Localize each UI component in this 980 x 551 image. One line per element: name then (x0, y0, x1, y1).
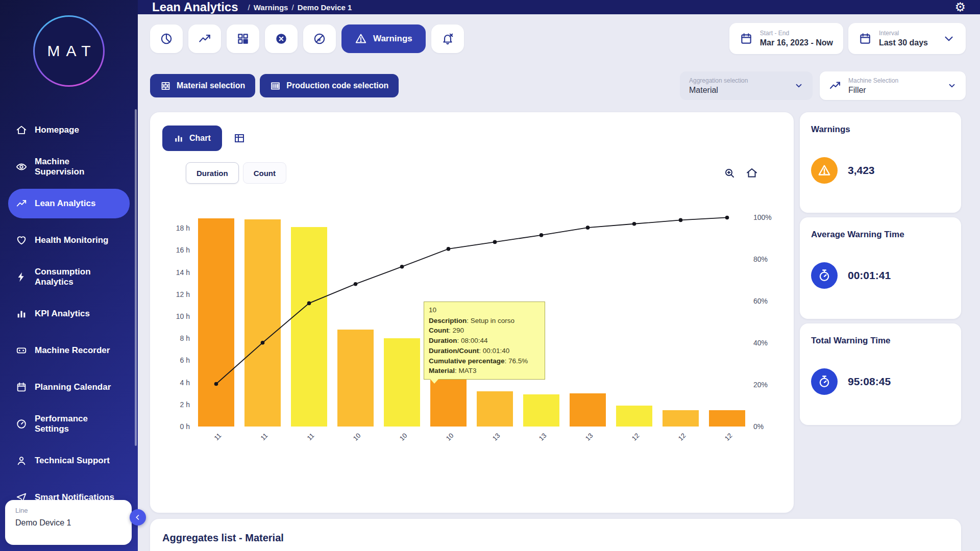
bolt-icon (15, 271, 28, 283)
sidebar-collapse-button[interactable] (130, 509, 146, 525)
reset-home-icon[interactable] (746, 167, 758, 179)
table-view-button[interactable] (233, 132, 246, 144)
breadcrumb-device[interactable]: Demo Device 1 (298, 3, 352, 12)
machine-selection-dropdown[interactable]: Machine Selection Filler (820, 71, 966, 100)
sidebar-item-technical-support[interactable]: Technical Support (8, 446, 130, 475)
sidebar-scrollbar[interactable] (135, 109, 137, 446)
bell-x-icon (441, 32, 454, 45)
x-tick-label: 13 (521, 432, 548, 459)
chart-card-header: Chart (162, 126, 781, 151)
date-range-picker[interactable]: Start - End Mar 16, 2023 - Now (729, 23, 843, 54)
material-selection-button[interactable]: Material selection (150, 74, 255, 97)
stat-value: 00:01:41 (848, 269, 891, 282)
interval-label: Interval (879, 30, 928, 37)
trend-line-icon (829, 80, 841, 92)
x-tick-label: 13 (567, 432, 594, 459)
sidebar-item-label: Performance Settings (35, 414, 116, 435)
warnings-button-label: Warnings (373, 34, 412, 44)
machine-selection-value: Filler (848, 86, 898, 95)
tooltip-row: Cumulative percentage: 76.5% (429, 356, 540, 366)
sidebar-item-label: KPI Analytics (35, 309, 90, 319)
y-left-tick: 18 h (176, 224, 190, 232)
content: Warnings Start - End Mar 16, 2023 - Now … (138, 14, 980, 551)
recorder-icon (15, 344, 28, 357)
tooltip-row: Duration: 08:00:44 (429, 336, 540, 346)
sidebar-item-health-monitoring[interactable]: Health Monitoring (8, 226, 130, 255)
chevron-down-icon (794, 81, 803, 90)
table-icon (233, 132, 246, 144)
stat-title: Total Warning Time (811, 336, 950, 346)
trend-line-icon (15, 197, 28, 210)
production-code-selection-label: Production code selection (286, 81, 388, 90)
stops-view-button[interactable] (265, 24, 298, 53)
x-tick-label: 12 (706, 432, 733, 459)
sidebar-item-homepage[interactable]: Homepage (8, 115, 130, 145)
chevron-left-icon (134, 513, 142, 521)
stats-column: Warnings 3,423 Average Warning Time (800, 112, 961, 513)
device-selector-card[interactable]: Line Demo Device 1 (5, 500, 132, 545)
tooltip-row: Count: 290 (429, 325, 540, 336)
gauge-icon (15, 418, 28, 430)
y-right-tick: 80% (753, 255, 768, 263)
tooltip-title: 10 (429, 305, 540, 315)
alarms-off-view-button[interactable] (431, 24, 464, 53)
sidebar-item-label: Health Monitoring (35, 235, 108, 245)
sidebar-item-performance-settings[interactable]: Performance Settings (8, 409, 130, 439)
sidebar-item-lean-analytics[interactable]: Lean Analytics (8, 189, 130, 218)
breadcrumb-separator: / (291, 3, 293, 12)
breadcrumb-separator: / (248, 3, 250, 12)
main-area: Lean Analytics / Warnings / Demo Device … (138, 0, 980, 551)
sidebar-item-kpi-analytics[interactable]: KPI Analytics (8, 299, 130, 329)
trend-view-button[interactable] (188, 24, 221, 53)
x-tick-label: 11 (288, 432, 315, 459)
warnings-view-button[interactable]: Warnings (341, 24, 426, 53)
chart-view-button[interactable]: Chart (162, 126, 222, 151)
sidebar-item-machine-supervision[interactable]: Machine Supervision (8, 152, 130, 182)
brand-logo-text: MAT (41, 42, 96, 60)
warning-circle-icon (811, 157, 838, 184)
sidebar-item-machine-recorder[interactable]: Machine Recorder (8, 336, 130, 365)
calendar-icon (740, 32, 753, 45)
tooltip-row: Duration/Count: 00:01:40 (429, 346, 540, 356)
grid-view-button[interactable] (227, 24, 259, 53)
aggregates-list-card: Aggregates list - Material (150, 519, 961, 551)
count-toggle-button[interactable]: Count (243, 162, 286, 184)
plot-tools (723, 167, 781, 179)
chart-tooltip: 10 Description: Setup in corsoCount: 290… (424, 302, 545, 380)
stat-title: Warnings (811, 124, 950, 135)
y-left-tick: 10 h (176, 312, 190, 320)
y-right-tick: 0% (753, 422, 764, 431)
stat-value: 3,423 (848, 164, 875, 177)
breadcrumb-warnings[interactable]: Warnings (254, 3, 288, 12)
settings-gear-icon[interactable]: ⚙ (954, 1, 966, 13)
date-range-value: Mar 16, 2023 - Now (760, 38, 833, 47)
pie-chart-icon (160, 32, 173, 45)
sidebar-item-planning-calendar[interactable]: Planning Calendar (8, 372, 130, 402)
y-right-tick: 100% (753, 213, 772, 221)
y-left-tick: 0 h (180, 422, 190, 431)
total-warning-time-card: Total Warning Time 95:08:45 (800, 323, 961, 425)
sidebar-item-label: Homepage (35, 125, 79, 135)
trend-line-icon (198, 32, 211, 45)
zoom-icon[interactable] (723, 167, 736, 179)
stat-value: 95:08:45 (848, 375, 891, 388)
aggregation-value: Material (689, 86, 748, 95)
interval-picker[interactable]: Interval Last 30 days (848, 23, 966, 54)
production-code-selection-button[interactable]: Production code selection (260, 74, 399, 97)
speed-losses-view-button[interactable] (303, 24, 336, 53)
tooltip-row: Material: MAT3 (429, 366, 540, 376)
aggregation-selection-dropdown[interactable]: Aggregation selection Material (680, 71, 813, 100)
barcode-icon (270, 81, 281, 91)
device-name: Demo Device 1 (15, 518, 121, 528)
sidebar-item-consumption-analytics[interactable]: Consumption Analytics (8, 262, 130, 292)
chart-button-label: Chart (189, 134, 211, 143)
pie-chart-view-button[interactable] (150, 24, 183, 53)
chevron-down-icon (942, 32, 955, 45)
y-left-tick: 14 h (176, 268, 190, 277)
x-tick-label: 12 (660, 432, 687, 459)
x-tick-label: 11 (195, 432, 223, 459)
eye-icon (15, 161, 28, 173)
interval-value: Last 30 days (879, 38, 928, 47)
y-left-tick: 12 h (176, 290, 190, 298)
duration-toggle-button[interactable]: Duration (186, 162, 239, 184)
